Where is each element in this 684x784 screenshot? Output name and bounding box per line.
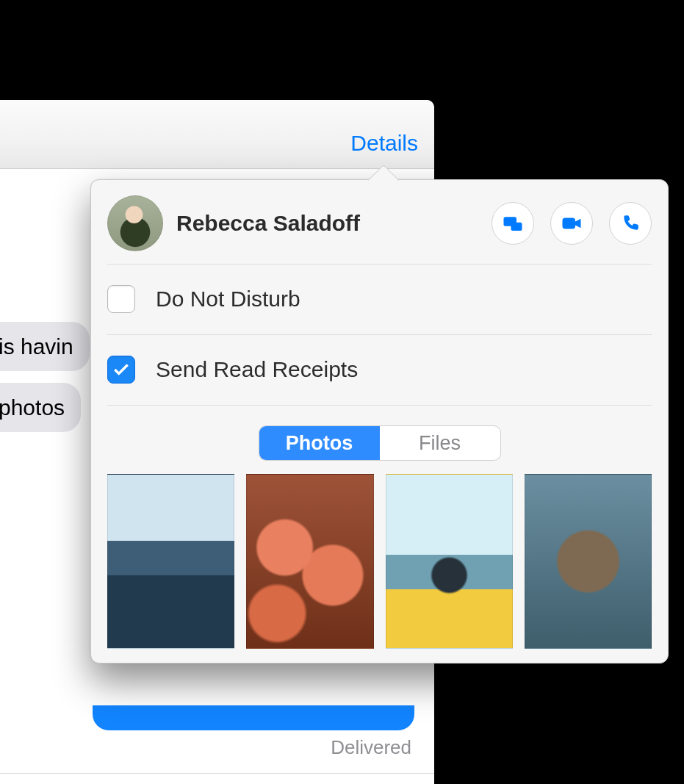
read-receipts-checkbox[interactable]: [107, 356, 135, 384]
message-bubble: is havin: [0, 322, 90, 371]
avatar[interactable]: [107, 195, 163, 251]
contact-name: Rebecca Saladoff: [176, 211, 475, 236]
do-not-disturb-row[interactable]: Do Not Disturb: [107, 265, 652, 334]
read-receipts-label: Send Read Receipts: [156, 357, 358, 382]
divider: [0, 773, 434, 774]
callout-leader: [627, 44, 628, 198]
svg-rect-6: [563, 218, 576, 229]
tab-photos[interactable]: Photos: [259, 426, 380, 460]
image-message-bubble[interactable]: [93, 705, 414, 730]
delivery-status: Delivered: [0, 736, 411, 759]
photo-thumbnail[interactable]: [246, 474, 373, 649]
video-icon: [561, 212, 583, 234]
message-bubble: photos: [0, 383, 81, 432]
photo-grid: [107, 474, 652, 649]
dnd-checkbox[interactable]: [107, 285, 135, 313]
attachments-segmented-control: Photos Files: [259, 425, 501, 461]
phone-icon: [621, 214, 640, 233]
tab-files[interactable]: Files: [380, 426, 500, 460]
photo-thumbnail[interactable]: [107, 474, 234, 649]
photo-thumbnail[interactable]: [386, 474, 513, 649]
details-button[interactable]: Details: [350, 131, 418, 156]
screen-share-button[interactable]: [492, 202, 534, 245]
divider: [107, 405, 652, 406]
read-receipts-row[interactable]: Send Read Receipts: [107, 335, 652, 404]
audio-call-button[interactable]: [609, 202, 652, 245]
screen-share-icon: [502, 212, 524, 234]
photo-thumbnail[interactable]: [525, 474, 652, 649]
checkmark-icon: [112, 360, 131, 379]
dnd-label: Do Not Disturb: [156, 287, 300, 312]
contact-header: Rebecca Saladoff: [107, 193, 652, 253]
window-titlebar: Details: [0, 100, 434, 169]
video-call-button[interactable]: [550, 202, 593, 245]
details-popover: Rebecca Saladoff Do Not Disturb Send: [90, 179, 669, 663]
svg-rect-5: [511, 223, 522, 231]
